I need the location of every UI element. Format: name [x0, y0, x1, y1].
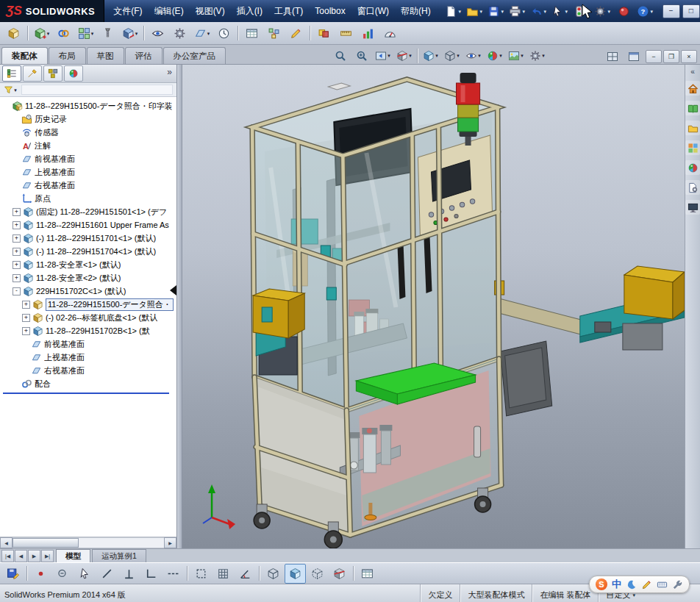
dropdown-caret-icon[interactable]: ▾ — [388, 53, 390, 58]
dropdown-caret-icon[interactable]: ▾ — [543, 9, 546, 14]
viewport-layout-icon[interactable] — [601, 46, 623, 66]
show-hidden-components-icon[interactable] — [147, 24, 168, 43]
tree-item[interactable]: 传感器 — [0, 126, 176, 139]
dropdown-caret-icon[interactable]: ▾ — [521, 53, 524, 58]
filter-input[interactable] — [21, 85, 173, 95]
hidden-lines-visible-icon[interactable] — [307, 564, 328, 584]
view-orientation-icon[interactable]: ▾ — [420, 46, 441, 65]
insert-components-icon[interactable]: ▾ — [31, 24, 52, 43]
tree-item[interactable]: +11-28--229H151601 Upper Frame As — [0, 218, 176, 232]
solidworks-resources-icon[interactable] — [685, 81, 700, 96]
displaymanager-tab[interactable] — [64, 65, 83, 82]
left-feeder-unit[interactable] — [253, 289, 304, 375]
apply-scene-icon[interactable]: ▾ — [505, 46, 526, 65]
signal-tower[interactable] — [457, 73, 480, 146]
circle-tool-icon[interactable] — [52, 564, 74, 584]
scroll-tabs-prev-button[interactable]: ◀ — [15, 550, 27, 562]
document-minimize-button[interactable]: − — [646, 50, 662, 63]
tree-item[interactable]: A注解 — [0, 139, 176, 152]
edit-appearance-icon[interactable]: ▾ — [484, 46, 505, 65]
taskpane-collapse-chevron[interactable]: « — [690, 68, 695, 76]
tree-item[interactable]: +(-) 02-26--标签机底盘<1> (默认 — [0, 311, 176, 324]
tree-item[interactable]: 右视基准面 — [0, 179, 176, 192]
graphics-area[interactable] — [182, 65, 685, 548]
dropdown-caret-icon[interactable]: ▾ — [458, 9, 461, 14]
panel-overflow-chevron[interactable]: » — [164, 67, 175, 77]
dropdown-caret-icon[interactable]: ▾ — [479, 9, 482, 14]
menu-tools[interactable]: 工具(T) — [268, 2, 309, 21]
options-icon[interactable]: ▾ — [592, 1, 613, 21]
menu-insert[interactable]: 插入(I) — [231, 2, 268, 21]
grid-snap-icon[interactable] — [213, 564, 234, 584]
corner-snap-icon[interactable] — [140, 564, 162, 584]
selection-box-icon[interactable] — [190, 564, 212, 584]
document-restore-button[interactable]: ❐ — [663, 50, 679, 63]
explode-line-sketch-icon[interactable] — [285, 24, 307, 43]
clearance-verification-icon[interactable] — [335, 24, 357, 43]
tree-item[interactable]: 前视基准面 — [0, 152, 176, 165]
move-component-icon[interactable]: ▾ — [119, 24, 140, 43]
previous-view-icon[interactable]: ▾ — [372, 46, 393, 65]
save-icon[interactable]: ▾ — [485, 1, 507, 21]
new-document-icon[interactable]: ▾ — [443, 1, 464, 21]
dropdown-caret-icon[interactable]: ▾ — [650, 9, 653, 14]
menu-toolbox[interactable]: Toolbox — [309, 3, 351, 19]
pen-icon[interactable] — [641, 579, 652, 590]
design-library-icon[interactable] — [685, 101, 700, 115]
performance-evaluation-icon[interactable] — [379, 24, 401, 43]
tree-item[interactable]: 配合 — [0, 377, 176, 390]
sogou-logo-icon[interactable]: S — [596, 578, 607, 590]
tab-evaluate[interactable]: 评估 — [125, 47, 162, 64]
tree-item[interactable]: +11-28--229H151702B<1> (默 — [0, 324, 176, 337]
dropdown-caret-icon[interactable]: ▾ — [47, 31, 50, 36]
tree-expander-icon[interactable]: + — [12, 261, 21, 269]
section-view-icon[interactable]: ▾ — [393, 46, 415, 65]
open-document-icon[interactable]: ▾ — [464, 1, 485, 21]
evaluate-table-icon[interactable] — [357, 564, 378, 584]
menu-file[interactable]: 文件(F) — [107, 2, 148, 21]
tree-item[interactable]: +11-28-安全罩<2> (默认) — [0, 271, 176, 284]
tree-item[interactable]: 上视基准面 — [0, 165, 176, 179]
tree-expander-icon[interactable]: + — [12, 248, 21, 256]
help-icon[interactable]: ?▾ — [635, 1, 656, 21]
tree-item[interactable]: 原点 — [0, 192, 176, 205]
tree-expander-icon[interactable]: + — [22, 314, 30, 322]
assembly-visualization-icon[interactable] — [357, 24, 379, 43]
keyboard-icon[interactable] — [657, 579, 668, 590]
linear-component-pattern-icon[interactable]: ▾ — [75, 24, 96, 43]
display-style-icon[interactable]: ▾ — [441, 46, 463, 65]
quick-save-icon[interactable] — [2, 564, 24, 584]
reference-geometry-icon[interactable]: ▾ — [191, 24, 213, 43]
edit-component-icon[interactable] — [3, 24, 24, 43]
document-close-button[interactable]: × — [681, 50, 697, 63]
scroll-tabs-first-button[interactable]: |◀ — [1, 550, 14, 562]
perpendicular-snap-icon[interactable] — [118, 564, 140, 584]
window-maximize-button[interactable]: □ — [682, 4, 700, 18]
wrench-icon[interactable] — [672, 579, 683, 590]
scroll-right-button[interactable]: ▶ — [164, 537, 176, 548]
view-palette-icon[interactable] — [685, 140, 700, 155]
tree-item[interactable]: +11-28--229H151500-データ照合・ — [0, 298, 176, 311]
tab-model[interactable]: 模型 — [56, 549, 90, 562]
fullscreen-icon[interactable] — [623, 46, 644, 66]
tree-expander-icon[interactable]: + — [12, 274, 21, 282]
angle-snap-icon[interactable] — [235, 564, 256, 584]
exploded-view-icon[interactable] — [263, 24, 285, 43]
component-filter-icon[interactable]: ▾ — [1, 82, 19, 97]
undo-icon[interactable]: ▾ — [528, 1, 549, 21]
tree-item[interactable]: 右视基准面 — [0, 364, 176, 377]
select-icon[interactable]: ▾ — [549, 1, 571, 21]
print-icon[interactable]: ▾ — [507, 1, 528, 21]
tree-expander-icon[interactable]: + — [12, 221, 21, 229]
tree-expander-icon[interactable]: - — [12, 287, 21, 295]
file-explorer-icon[interactable] — [685, 121, 700, 135]
tree-expander-icon[interactable]: + — [12, 208, 21, 216]
dropdown-caret-icon[interactable]: ▾ — [522, 9, 525, 14]
tree-expander-icon[interactable]: + — [12, 234, 21, 243]
help-sphere-icon[interactable] — [613, 1, 635, 21]
tree-item[interactable]: 前视基准面 — [0, 337, 176, 351]
tree-item[interactable]: 11-28--229H151500-データ照合・印字装 — [0, 99, 176, 112]
menu-edit[interactable]: 编辑(E) — [149, 2, 190, 21]
document-manager-icon[interactable] — [685, 200, 700, 215]
dropdown-caret-icon[interactable]: ▾ — [565, 9, 568, 14]
